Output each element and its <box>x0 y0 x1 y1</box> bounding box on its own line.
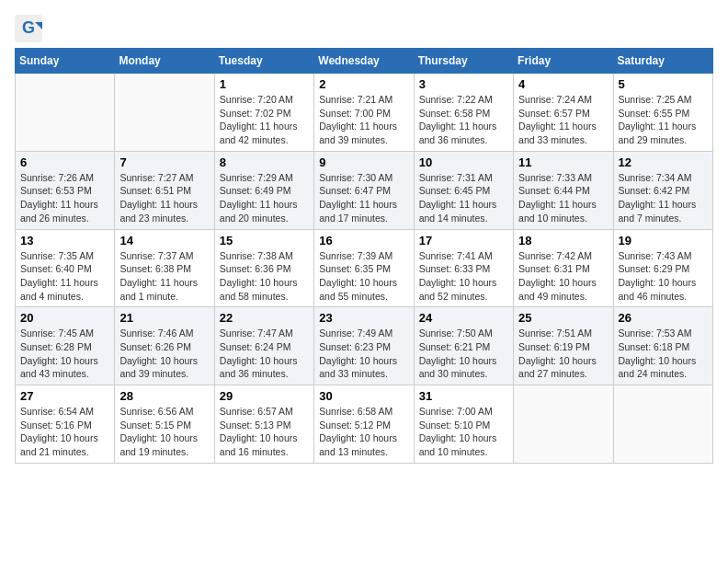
calendar-cell <box>115 74 214 152</box>
day-number: 7 <box>119 155 209 169</box>
day-number: 5 <box>619 77 708 91</box>
day-info: Sunrise: 7:27 AM Sunset: 6:51 PM Dayligh… <box>119 171 209 225</box>
calendar-cell: 11Sunrise: 7:33 AM Sunset: 6:44 PM Dayli… <box>514 151 613 229</box>
calendar-cell: 23Sunrise: 7:49 AM Sunset: 6:23 PM Dayli… <box>314 307 414 385</box>
calendar-cell: 20Sunrise: 7:45 AM Sunset: 6:28 PM Dayli… <box>16 307 115 385</box>
day-info: Sunrise: 7:50 AM Sunset: 6:21 PM Dayligh… <box>419 327 508 381</box>
calendar-cell: 13Sunrise: 7:35 AM Sunset: 6:40 PM Dayli… <box>16 229 115 307</box>
calendar-header: SundayMondayTuesdayWednesdayThursdayFrid… <box>16 49 713 74</box>
calendar-row: 13Sunrise: 7:35 AM Sunset: 6:40 PM Dayli… <box>16 229 713 307</box>
day-number: 22 <box>220 311 309 325</box>
day-info: Sunrise: 7:43 AM Sunset: 6:29 PM Dayligh… <box>619 249 708 304</box>
day-number: 8 <box>220 155 309 169</box>
weekday-header: Thursday <box>414 49 513 74</box>
calendar-row: 20Sunrise: 7:45 AM Sunset: 6:28 PM Dayli… <box>16 307 713 385</box>
calendar-cell: 30Sunrise: 6:58 AM Sunset: 5:12 PM Dayli… <box>314 385 414 464</box>
day-info: Sunrise: 7:33 AM Sunset: 6:44 PM Dayligh… <box>518 171 608 225</box>
day-number: 14 <box>119 234 209 247</box>
calendar-cell: 5Sunrise: 7:25 AM Sunset: 6:55 PM Daylig… <box>613 74 712 152</box>
day-info: Sunrise: 7:30 AM Sunset: 6:47 PM Dayligh… <box>319 171 408 225</box>
day-number: 9 <box>319 155 408 169</box>
day-info: Sunrise: 7:00 AM Sunset: 5:10 PM Dayligh… <box>419 405 508 459</box>
day-info: Sunrise: 7:38 AM Sunset: 6:36 PM Dayligh… <box>220 249 309 304</box>
calendar-cell: 8Sunrise: 7:29 AM Sunset: 6:49 PM Daylig… <box>214 151 313 229</box>
calendar-cell: 3Sunrise: 7:22 AM Sunset: 6:58 PM Daylig… <box>414 74 513 152</box>
day-info: Sunrise: 7:34 AM Sunset: 6:42 PM Dayligh… <box>619 171 708 225</box>
calendar-cell: 4Sunrise: 7:24 AM Sunset: 6:57 PM Daylig… <box>514 74 613 152</box>
calendar-cell: 29Sunrise: 6:57 AM Sunset: 5:13 PM Dayli… <box>214 385 313 464</box>
day-info: Sunrise: 6:54 AM Sunset: 5:16 PM Dayligh… <box>20 405 109 459</box>
calendar-cell: 22Sunrise: 7:47 AM Sunset: 6:24 PM Dayli… <box>214 307 313 385</box>
calendar-cell: 7Sunrise: 7:27 AM Sunset: 6:51 PM Daylig… <box>115 151 214 229</box>
day-number: 24 <box>419 311 508 325</box>
logo: G <box>15 15 40 37</box>
header: G <box>15 15 713 37</box>
logo-icon: G <box>15 15 37 37</box>
weekday-header: Wednesday <box>314 49 414 74</box>
day-number: 3 <box>419 77 508 91</box>
calendar-cell: 2Sunrise: 7:21 AM Sunset: 7:00 PM Daylig… <box>314 74 414 152</box>
day-info: Sunrise: 6:58 AM Sunset: 5:12 PM Dayligh… <box>319 405 408 459</box>
day-info: Sunrise: 7:22 AM Sunset: 6:58 PM Dayligh… <box>419 93 508 147</box>
weekday-header: Tuesday <box>214 49 313 74</box>
day-number: 25 <box>518 311 608 325</box>
weekday-header: Saturday <box>613 49 712 74</box>
day-info: Sunrise: 7:47 AM Sunset: 6:24 PM Dayligh… <box>220 327 309 381</box>
calendar-cell: 24Sunrise: 7:50 AM Sunset: 6:21 PM Dayli… <box>414 307 513 385</box>
calendar-row: 1Sunrise: 7:20 AM Sunset: 7:02 PM Daylig… <box>16 74 713 152</box>
weekday-header: Sunday <box>16 49 115 74</box>
day-info: Sunrise: 7:35 AM Sunset: 6:40 PM Dayligh… <box>20 249 109 304</box>
day-info: Sunrise: 7:49 AM Sunset: 6:23 PM Dayligh… <box>319 327 408 381</box>
day-number: 27 <box>20 389 109 403</box>
calendar-cell: 31Sunrise: 7:00 AM Sunset: 5:10 PM Dayli… <box>414 385 513 464</box>
day-number: 11 <box>518 155 608 169</box>
day-number: 6 <box>20 155 109 169</box>
day-number: 4 <box>518 77 608 91</box>
day-number: 18 <box>518 234 608 247</box>
calendar-cell: 9Sunrise: 7:30 AM Sunset: 6:47 PM Daylig… <box>314 151 414 229</box>
day-number: 28 <box>119 389 209 403</box>
calendar-cell: 1Sunrise: 7:20 AM Sunset: 7:02 PM Daylig… <box>214 74 313 152</box>
calendar-cell: 26Sunrise: 7:53 AM Sunset: 6:18 PM Dayli… <box>613 307 712 385</box>
day-number: 2 <box>319 77 408 91</box>
calendar-cell: 10Sunrise: 7:31 AM Sunset: 6:45 PM Dayli… <box>414 151 513 229</box>
day-info: Sunrise: 7:39 AM Sunset: 6:35 PM Dayligh… <box>319 249 408 304</box>
day-number: 15 <box>220 234 309 247</box>
day-info: Sunrise: 7:20 AM Sunset: 7:02 PM Dayligh… <box>220 93 309 147</box>
day-info: Sunrise: 7:29 AM Sunset: 6:49 PM Dayligh… <box>220 171 309 225</box>
day-number: 20 <box>20 311 109 325</box>
calendar-cell: 21Sunrise: 7:46 AM Sunset: 6:26 PM Dayli… <box>115 307 214 385</box>
day-info: Sunrise: 7:24 AM Sunset: 6:57 PM Dayligh… <box>518 93 608 147</box>
calendar-row: 27Sunrise: 6:54 AM Sunset: 5:16 PM Dayli… <box>16 385 713 464</box>
weekday-header-row: SundayMondayTuesdayWednesdayThursdayFrid… <box>16 49 713 74</box>
day-info: Sunrise: 7:51 AM Sunset: 6:19 PM Dayligh… <box>518 327 608 381</box>
day-info: Sunrise: 7:26 AM Sunset: 6:53 PM Dayligh… <box>20 171 109 225</box>
day-info: Sunrise: 6:57 AM Sunset: 5:13 PM Dayligh… <box>220 405 309 459</box>
calendar-cell: 15Sunrise: 7:38 AM Sunset: 6:36 PM Dayli… <box>214 229 313 307</box>
day-info: Sunrise: 7:42 AM Sunset: 6:31 PM Dayligh… <box>518 249 608 304</box>
day-number: 12 <box>619 155 708 169</box>
calendar-cell: 28Sunrise: 6:56 AM Sunset: 5:15 PM Dayli… <box>115 385 214 464</box>
svg-text:G: G <box>22 18 35 37</box>
calendar-cell <box>613 385 712 464</box>
weekday-header: Friday <box>514 49 613 74</box>
calendar-row: 6Sunrise: 7:26 AM Sunset: 6:53 PM Daylig… <box>16 151 713 229</box>
day-number: 17 <box>419 234 508 247</box>
day-number: 30 <box>319 389 408 403</box>
calendar-cell <box>16 74 115 152</box>
day-info: Sunrise: 7:41 AM Sunset: 6:33 PM Dayligh… <box>419 249 508 304</box>
day-number: 29 <box>220 389 309 403</box>
day-number: 23 <box>319 311 408 325</box>
calendar-cell: 19Sunrise: 7:43 AM Sunset: 6:29 PM Dayli… <box>613 229 712 307</box>
weekday-header: Monday <box>115 49 214 74</box>
day-number: 16 <box>319 234 408 247</box>
calendar-cell: 6Sunrise: 7:26 AM Sunset: 6:53 PM Daylig… <box>16 151 115 229</box>
day-number: 13 <box>20 234 109 247</box>
calendar-cell: 27Sunrise: 6:54 AM Sunset: 5:16 PM Dayli… <box>16 385 115 464</box>
day-info: Sunrise: 7:31 AM Sunset: 6:45 PM Dayligh… <box>419 171 508 225</box>
calendar-cell: 14Sunrise: 7:37 AM Sunset: 6:38 PM Dayli… <box>115 229 214 307</box>
calendar-table: SundayMondayTuesdayWednesdayThursdayFrid… <box>15 48 713 464</box>
day-number: 31 <box>419 389 508 403</box>
day-number: 26 <box>619 311 708 325</box>
calendar-cell: 25Sunrise: 7:51 AM Sunset: 6:19 PM Dayli… <box>514 307 613 385</box>
